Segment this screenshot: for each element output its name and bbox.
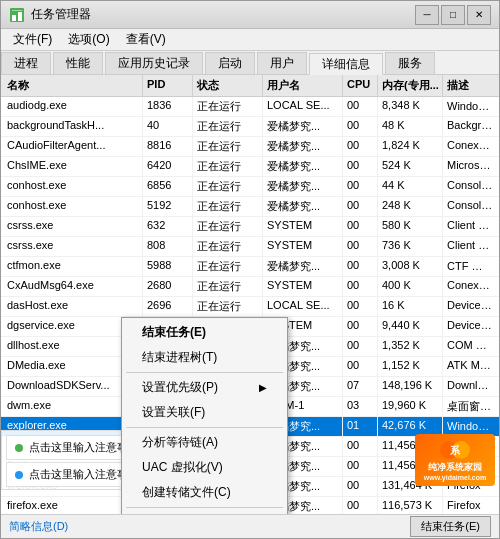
tab-history[interactable]: 应用历史记录 xyxy=(105,52,203,74)
logo-text-1: 纯净系统家园 xyxy=(428,461,482,474)
menu-bar: 文件(F) 选项(O) 查看(V) xyxy=(1,29,499,51)
td-cpu: 00 xyxy=(343,117,378,136)
context-menu-item[interactable]: 设置优先级(P)▶ xyxy=(122,375,287,400)
td-name: CxAudMsg64.exe xyxy=(3,277,143,296)
td-pid: 1836 xyxy=(143,97,193,116)
td-cpu: 00 xyxy=(343,157,378,176)
tab-details[interactable]: 详细信息 xyxy=(309,53,383,75)
table-row[interactable]: CAudioFilterAgent... 8816 正在运行 爱橘梦究... 0… xyxy=(1,137,499,157)
table-row[interactable]: backgroundTaskH... 40 正在运行 爱橘梦究... 00 48… xyxy=(1,117,499,137)
td-memory: 1,352 K xyxy=(378,337,443,356)
col-name[interactable]: 名称 xyxy=(3,75,143,96)
tab-users[interactable]: 用户 xyxy=(257,52,307,74)
td-memory: 48 K xyxy=(378,117,443,136)
svg-rect-1 xyxy=(12,15,16,21)
maximize-button[interactable]: □ xyxy=(441,5,465,25)
td-desc: ATK Media xyxy=(443,357,497,376)
context-menu-item[interactable]: 打开文件所在的位置(O) xyxy=(122,510,287,514)
td-cpu: 07 xyxy=(343,377,378,396)
context-menu-separator xyxy=(126,507,283,508)
td-cpu: 00 xyxy=(343,317,378,336)
td-pid: 6420 xyxy=(143,157,193,176)
td-name: conhost.exe xyxy=(3,197,143,216)
table-row[interactable]: csrss.exe 808 正在运行 SYSTEM 00 736 K Clien… xyxy=(1,237,499,257)
tab-process[interactable]: 进程 xyxy=(1,52,51,74)
td-status: 正在运行 xyxy=(193,117,263,136)
td-desc: Device Driver Repair ... xyxy=(443,317,497,336)
context-menu-item[interactable]: 结束进程树(T) xyxy=(122,345,287,370)
col-status[interactable]: 状态 xyxy=(193,75,263,96)
td-pid: 40 xyxy=(143,117,193,136)
td-user: 爱橘梦究... xyxy=(263,197,343,216)
table-row[interactable]: CxAudMsg64.exe 2680 正在运行 SYSTEM 00 400 K… xyxy=(1,277,499,297)
td-desc: Device Association Fr... xyxy=(443,297,497,316)
table-row[interactable]: ctfmon.exe 5988 正在运行 爱橘梦究... 00 3,008 K … xyxy=(1,257,499,277)
table-row[interactable]: dasHost.exe 2696 正在运行 LOCAL SE... 00 16 … xyxy=(1,297,499,317)
td-memory: 736 K xyxy=(378,237,443,256)
td-user: SYSTEM xyxy=(263,277,343,296)
ad-dot xyxy=(15,471,23,479)
logo-badge: 系 纯净系统家园 www.yidaimei.com xyxy=(415,434,495,486)
col-memory[interactable]: 内存(专用... xyxy=(378,75,443,96)
td-desc: Client Server Runtime ... xyxy=(443,237,497,256)
td-memory: 580 K xyxy=(378,217,443,236)
table-row[interactable]: audiodg.exe 1836 正在运行 LOCAL SE... 00 8,3… xyxy=(1,97,499,117)
td-status: 正在运行 xyxy=(193,137,263,156)
close-button[interactable]: ✕ xyxy=(467,5,491,25)
td-status: 正在运行 xyxy=(193,257,263,276)
minimize-button[interactable]: ─ xyxy=(415,5,439,25)
context-menu-item[interactable]: UAC 虚拟化(V) xyxy=(122,455,287,480)
ad-dot xyxy=(15,444,23,452)
table-row[interactable]: csrss.exe 632 正在运行 SYSTEM 00 580 K Clien… xyxy=(1,217,499,237)
td-cpu: 00 xyxy=(343,297,378,316)
tab-startup[interactable]: 启动 xyxy=(205,52,255,74)
svg-rect-3 xyxy=(12,10,22,11)
context-menu-item[interactable]: 创建转储文件(C) xyxy=(122,480,287,505)
td-cpu: 00 xyxy=(343,497,378,514)
logo-text-2: www.yidaimei.com xyxy=(424,474,486,481)
td-memory: 1,824 K xyxy=(378,137,443,156)
td-name: ChsIME.exe xyxy=(3,157,143,176)
col-pid[interactable]: PID xyxy=(143,75,193,96)
status-label[interactable]: 简略信息(D) xyxy=(9,519,68,534)
td-cpu: 00 xyxy=(343,357,378,376)
context-menu-item[interactable]: 结束任务(E) xyxy=(122,320,287,345)
td-pid: 8816 xyxy=(143,137,193,156)
col-user[interactable]: 用户名 xyxy=(263,75,343,96)
td-user: LOCAL SE... xyxy=(263,97,343,116)
col-desc[interactable]: 描述 xyxy=(443,75,497,96)
td-status: 正在运行 xyxy=(193,297,263,316)
col-cpu[interactable]: CPU xyxy=(343,75,378,96)
tab-services[interactable]: 服务 xyxy=(385,52,435,74)
td-name: audiodg.exe xyxy=(3,97,143,116)
window-controls: ─ □ ✕ xyxy=(415,5,491,25)
td-cpu: 00 xyxy=(343,197,378,216)
td-cpu: 00 xyxy=(343,217,378,236)
td-desc: Firefox xyxy=(443,497,497,514)
td-status: 正在运行 xyxy=(193,177,263,196)
td-user: LOCAL SE... xyxy=(263,297,343,316)
tab-performance[interactable]: 性能 xyxy=(53,52,103,74)
td-memory: 248 K xyxy=(378,197,443,216)
context-menu-item[interactable]: 设置关联(F) xyxy=(122,400,287,425)
table-row[interactable]: conhost.exe 5192 正在运行 爱橘梦究... 00 248 K C… xyxy=(1,197,499,217)
td-cpu: 03 xyxy=(343,397,378,416)
table-body[interactable]: audiodg.exe 1836 正在运行 LOCAL SE... 00 8,3… xyxy=(1,97,499,514)
context-menu-item[interactable]: 分析等待链(A) xyxy=(122,430,287,455)
task-manager-window: 任务管理器 ─ □ ✕ 文件(F) 选项(O) 查看(V) 进程 性能 应用历史… xyxy=(0,0,500,539)
status-bar: 简略信息(D) 结束任务(E) xyxy=(1,514,499,538)
td-desc: Conexant High Definit... xyxy=(443,137,497,156)
menu-view[interactable]: 查看(V) xyxy=(118,29,174,50)
td-user: SYSTEM xyxy=(263,217,343,236)
menu-options[interactable]: 选项(O) xyxy=(60,29,117,50)
td-memory: 19,960 K xyxy=(378,397,443,416)
end-task-button[interactable]: 结束任务(E) xyxy=(410,516,491,537)
td-cpu: 00 xyxy=(343,237,378,256)
td-memory: 3,008 K xyxy=(378,257,443,276)
menu-file[interactable]: 文件(F) xyxy=(5,29,60,50)
svg-text:系: 系 xyxy=(450,445,461,456)
td-memory: 16 K xyxy=(378,297,443,316)
table-row[interactable]: ChsIME.exe 6420 正在运行 爱橘梦究... 00 524 K Mi… xyxy=(1,157,499,177)
td-desc: Client Server Runtime ... xyxy=(443,217,497,236)
table-row[interactable]: conhost.exe 6856 正在运行 爱橘梦究... 00 44 K Co… xyxy=(1,177,499,197)
